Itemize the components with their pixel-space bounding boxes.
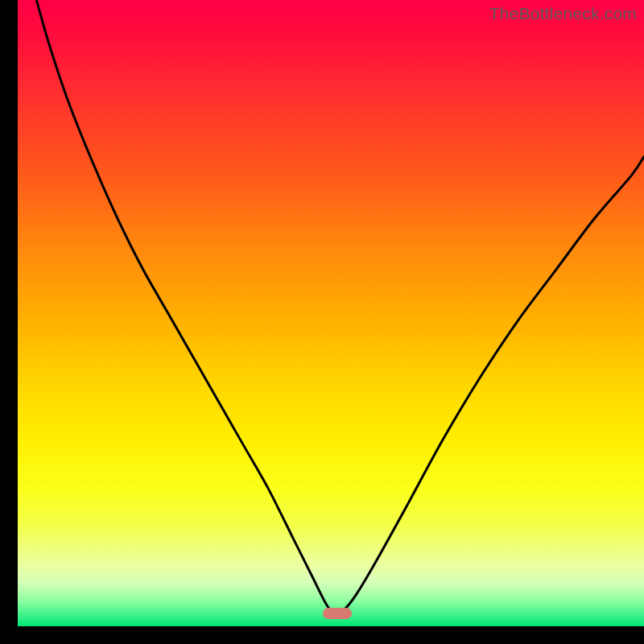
curve-svg	[18, 0, 644, 626]
plot-area	[18, 0, 644, 626]
chart-stage: TheBottleneck.com	[0, 0, 644, 644]
attribution-text: TheBottleneck.com	[489, 4, 637, 23]
minimum-marker	[323, 608, 352, 619]
bottleneck-curve	[36, 0, 644, 613]
